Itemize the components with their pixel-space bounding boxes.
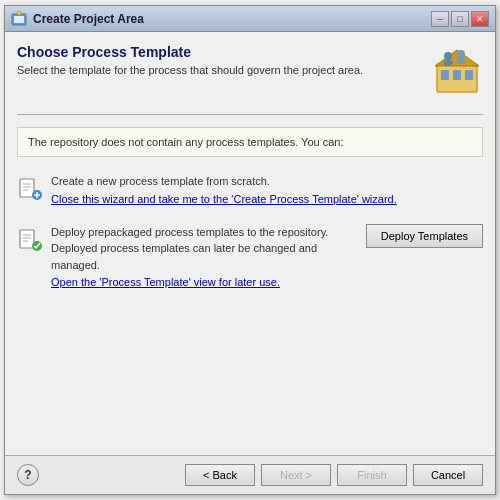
header-divider (17, 114, 483, 115)
deploy-option-subdesc: Deployed process templates can later be … (51, 240, 356, 273)
window-icon (11, 11, 27, 27)
svg-rect-1 (14, 16, 24, 23)
create-option-text: Create a new process template from scrat… (51, 173, 483, 208)
svg-point-11 (456, 58, 466, 64)
svg-point-9 (443, 60, 453, 66)
nav-buttons: < Back Next > Finish Cancel (185, 464, 483, 486)
close-button[interactable]: ✕ (471, 11, 489, 27)
svg-rect-5 (453, 70, 461, 80)
cancel-button[interactable]: Cancel (413, 464, 483, 486)
message-text: The repository does not contain any proc… (28, 136, 344, 148)
window-title: Create Project Area (33, 12, 431, 26)
header-subtitle: Select the template for the process that… (17, 64, 421, 76)
page-title: Choose Process Template (17, 44, 421, 60)
deploy-option-icon (17, 226, 43, 252)
message-box: The repository does not contain any proc… (17, 127, 483, 157)
header-icon (431, 44, 483, 96)
bottom-bar: ? < Back Next > Finish Cancel (5, 455, 495, 494)
help-button[interactable]: ? (17, 464, 39, 486)
create-option-icon (17, 175, 43, 201)
deploy-templates-button[interactable]: Deploy Templates (366, 224, 483, 248)
content-area: Choose Process Template Select the templ… (5, 32, 495, 455)
deploy-option-desc: Deploy prepackaged process templates to … (51, 224, 356, 241)
next-button[interactable]: Next > (261, 464, 331, 486)
deploy-view-link[interactable]: Open the 'Process Template' view for lat… (51, 276, 280, 288)
svg-marker-7 (435, 50, 479, 66)
main-window: Create Project Area – □ ✕ Choose Process… (4, 5, 496, 495)
deploy-option-row: Deploy prepackaged process templates to … (17, 224, 483, 292)
create-option-desc: Create a new process template from scrat… (51, 173, 483, 190)
svg-rect-4 (441, 70, 449, 80)
header-text: Choose Process Template Select the templ… (17, 44, 421, 76)
title-bar: Create Project Area – □ ✕ (5, 6, 495, 32)
create-wizard-link[interactable]: Close this wizard and take me to the 'Cr… (51, 193, 397, 205)
finish-button[interactable]: Finish (337, 464, 407, 486)
maximize-button[interactable]: □ (451, 11, 469, 27)
create-option-row: Create a new process template from scrat… (17, 173, 483, 208)
header-section: Choose Process Template Select the templ… (17, 44, 483, 96)
svg-rect-19 (20, 230, 34, 248)
minimize-button[interactable]: – (431, 11, 449, 27)
title-bar-buttons: – □ ✕ (431, 11, 489, 27)
deploy-option-text: Deploy prepackaged process templates to … (51, 224, 356, 292)
svg-point-2 (17, 11, 21, 15)
svg-point-10 (457, 50, 465, 58)
svg-rect-6 (465, 70, 473, 80)
deploy-button-container: Deploy Templates (366, 224, 483, 248)
svg-point-8 (444, 52, 452, 60)
svg-rect-12 (20, 179, 34, 197)
back-button[interactable]: < Back (185, 464, 255, 486)
